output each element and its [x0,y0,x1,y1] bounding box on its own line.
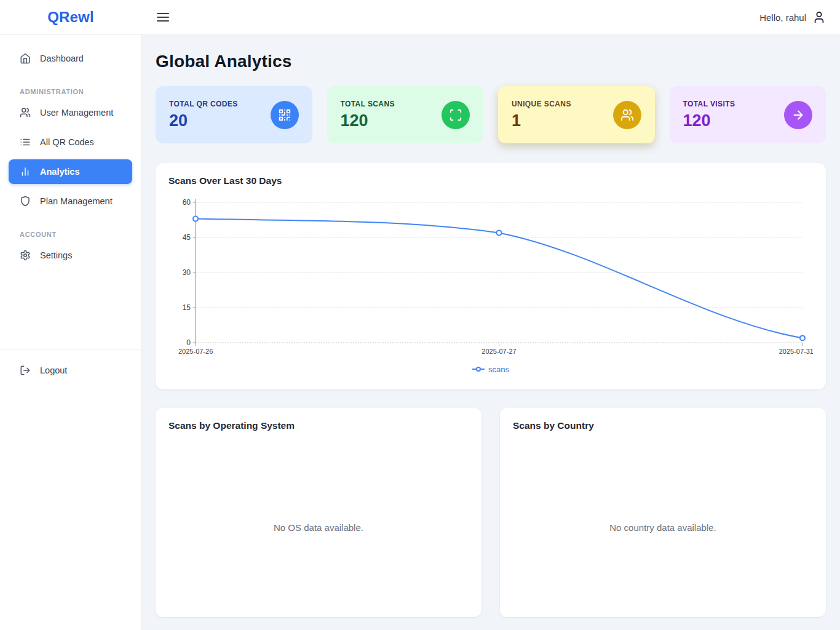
scans-line-chart: 0153045602025-07-262025-07-272025-07-31 [168,199,813,359]
scan-icon [442,101,470,129]
svg-text:60: 60 [183,199,191,207]
gear-icon [20,250,31,261]
panel-title: Scans by Country [513,420,813,431]
scans-by-country-panel: Scans by Country No country data availab… [500,408,826,617]
empty-state: No country data available. [513,431,813,605]
legend-label: scans [488,365,509,374]
svg-text:2025-07-26: 2025-07-26 [178,348,213,355]
sidebar-item-analytics[interactable]: Analytics [9,159,132,184]
stat-value: 120 [683,111,735,130]
home-icon [20,53,31,64]
logout-label: Logout [40,365,67,375]
sidebar: Dashboard ADMINISTRATION User Management… [0,35,141,630]
svg-text:15: 15 [183,303,191,312]
svg-text:2025-07-27: 2025-07-27 [481,348,516,355]
stat-text: UNIQUE SCANS 1 [512,100,571,130]
panel-title: Scans by Operating System [168,420,469,431]
top-header: QRewl Hello, rahul [0,0,840,35]
chart-area: 0153045602025-07-262025-07-272025-07-31 [168,199,813,361]
hamburger-menu-icon[interactable] [157,13,169,22]
sidebar-item-dashboard[interactable]: Dashboard [9,46,132,71]
sidebar-item-label: Plan Management [40,196,113,206]
list-icon [20,137,31,148]
stat-label: TOTAL SCANS [341,100,395,108]
legend-line-marker-icon [472,366,485,372]
sidebar-item-user-management[interactable]: User Management [9,100,132,125]
stat-label: TOTAL QR CODES [169,100,238,108]
app-logo[interactable]: QRewl [47,9,94,26]
empty-message: No OS data available. [274,522,363,533]
stat-value: 1 [512,111,571,130]
main-content: Global Analytics TOTAL QR CODES 20 TOTAL… [141,0,840,617]
stat-text: TOTAL SCANS 120 [341,100,395,130]
stat-text: TOTAL QR CODES 20 [169,100,238,130]
sidebar-item-label: All QR Codes [40,137,94,147]
bottom-panels-row: Scans by Operating System No OS data ava… [156,408,826,617]
stats-row: TOTAL QR CODES 20 TOTAL SCANS 120 UNIQUE… [156,86,826,143]
stat-value: 120 [341,111,395,130]
sidebar-item-plan-management[interactable]: Plan Management [9,189,132,213]
stat-card-total-visits: TOTAL VISITS 120 [670,86,826,143]
logout-icon [20,365,31,376]
user-icon[interactable] [812,10,826,24]
stat-card-unique-scans: UNIQUE SCANS 1 [498,86,655,143]
logout-button[interactable]: Logout [9,358,132,383]
svg-text:30: 30 [183,268,191,277]
header-user-area: Hello, rahul [759,10,826,24]
qr-code-icon [271,101,299,129]
chart-title: Scans Over Last 30 Days [168,175,813,186]
sidebar-item-label: Analytics [40,167,79,177]
empty-message: No country data available. [609,522,716,533]
page-title: Global Analytics [156,52,826,71]
stat-card-total-scans: TOTAL SCANS 120 [327,86,484,143]
sidebar-item-label: Settings [40,250,72,260]
stat-card-total-qr-codes: TOTAL QR CODES 20 [156,86,312,143]
sidebar-section-administration: ADMINISTRATION [20,88,132,95]
arrow-right-icon[interactable] [784,101,812,129]
sidebar-item-settings[interactable]: Settings [9,243,132,268]
users-icon [20,107,31,118]
sidebar-item-label: Dashboard [40,54,84,63]
shield-icon [20,196,31,207]
scans-chart-panel: Scans Over Last 30 Days 0153045602025-07… [156,163,826,389]
empty-state: No OS data available. [168,431,469,605]
chart-legend: scans [168,362,813,376]
scans-by-os-panel: Scans by Operating System No OS data ava… [156,408,481,617]
sidebar-item-label: User Management [40,108,113,118]
stat-text: TOTAL VISITS 120 [683,100,735,130]
users-icon [613,101,641,129]
svg-text:45: 45 [183,233,191,242]
brand-box: QRewl [0,9,141,26]
stat-value: 20 [169,111,238,130]
sidebar-section-account: ACCOUNT [20,231,132,238]
sidebar-footer: Logout [0,349,141,385]
svg-text:0: 0 [186,338,191,347]
bar-chart-icon [20,166,31,177]
sidebar-item-all-qr-codes[interactable]: All QR Codes [9,130,132,154]
stat-label: UNIQUE SCANS [512,100,571,108]
stat-label: TOTAL VISITS [683,100,735,108]
svg-text:2025-07-31: 2025-07-31 [779,348,813,355]
user-greeting: Hello, rahul [759,12,806,23]
